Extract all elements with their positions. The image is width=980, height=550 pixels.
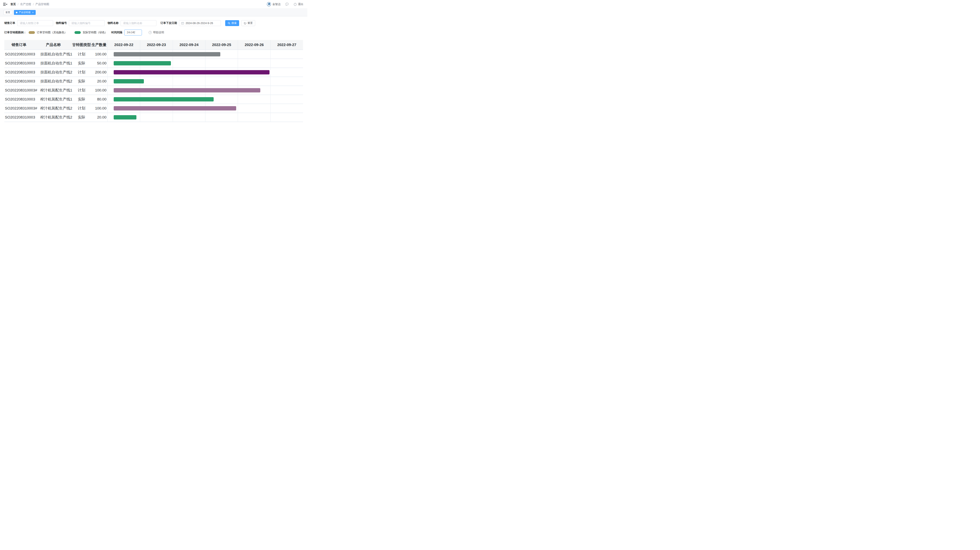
- gantt-grid-cell: [270, 104, 303, 113]
- cell-product-name: 榨汁机装配生产线2: [34, 104, 73, 113]
- reset-button-label: 重置: [248, 21, 253, 25]
- cell-gantt-type: 实际: [73, 77, 90, 86]
- breadcrumb-home[interactable]: 首页: [10, 3, 16, 6]
- date-column-header: 2022-09-24: [173, 40, 205, 49]
- date-column-header: 2022-09-23: [140, 40, 172, 49]
- calendar-icon: [181, 22, 184, 25]
- gantt-grid-cell: [270, 95, 303, 104]
- gantt-bar[interactable]: [114, 61, 171, 65]
- table-row: SO202208310003榨汁机装配生产线2实际20.00: [4, 113, 303, 122]
- help-button[interactable]: ? 帮助说明: [149, 31, 164, 34]
- gantt-bar[interactable]: [114, 88, 261, 92]
- sales-order-input[interactable]: [17, 20, 53, 26]
- gantt-grid-cell: [173, 113, 205, 122]
- cell-sales-order: SO202208310003: [4, 77, 34, 86]
- cell-product-name: 挂面机自动生产线1: [34, 59, 73, 68]
- legend-item: 订单甘特图（其他颜色）: [29, 31, 67, 34]
- table-row: SO202208310003#榨汁机装配生产线2计划100.00: [4, 104, 303, 113]
- gantt-grid-cell: [238, 113, 270, 122]
- username-label[interactable]: 金智达: [272, 3, 281, 6]
- logout-button[interactable]: 退出: [294, 3, 304, 6]
- power-icon: [294, 3, 297, 6]
- gantt-grid-cell: [270, 68, 303, 76]
- tab-close-icon[interactable]: ×: [32, 11, 34, 14]
- order-date-range-picker[interactable]: 2024-08-26-2024-9-26: [179, 20, 221, 26]
- cell-production-qty: 100.00: [90, 50, 107, 59]
- gantt-grid-cell: [205, 77, 238, 86]
- legend-row: 订单甘特图图例： 订单甘特图（其他颜色）实际甘特图（绿色） 时间间隔 ? 帮助说…: [4, 30, 303, 35]
- hamburger-icon[interactable]: [3, 3, 7, 6]
- cell-gantt-type: 实际: [73, 113, 90, 122]
- header-sales-order: 销售订单: [4, 40, 34, 49]
- material-name-label: 物料名称: [108, 21, 119, 25]
- company-logo-icon: [267, 2, 271, 6]
- cell-gantt-type: 计划: [73, 50, 90, 59]
- legend-title: 订单甘特图图例：: [4, 31, 26, 34]
- top-navbar: 首页 / 生产过程 / 产品甘特图 金智达 退出: [0, 0, 307, 8]
- reset-button[interactable]: 重置: [241, 20, 255, 26]
- gantt-row-area: [107, 95, 303, 104]
- cell-gantt-type: 实际: [73, 59, 90, 68]
- cell-production-qty: 100.00: [90, 104, 107, 113]
- reset-icon: [244, 22, 247, 24]
- header-product-name: 产品名称: [34, 40, 73, 49]
- active-dot-icon: [16, 12, 18, 13]
- cell-product-name: 榨汁机装配生产线2: [34, 113, 73, 122]
- order-date-value: 2024-08-26-2024-9-26: [186, 22, 213, 25]
- legend-item: 实际甘特图（绿色）: [75, 31, 107, 34]
- breadcrumb-product-gantt: 产品甘特图: [35, 3, 49, 6]
- cell-gantt-type: 实际: [73, 95, 90, 104]
- gantt-grid-cell: [238, 95, 270, 104]
- cell-sales-order: SO202208310003: [4, 50, 34, 59]
- cell-sales-order: SO202208310003: [4, 68, 34, 76]
- tab-home[interactable]: 首页: [3, 10, 12, 15]
- breadcrumb-production-process: 生产过程: [20, 3, 31, 6]
- gantt-bar[interactable]: [114, 79, 144, 84]
- cell-product-name: 榨汁机装配生产线1: [34, 86, 73, 95]
- main-content: 销售订单 物料编号 物料名称 订单下发日期 2024-08-26-2024-9-…: [0, 16, 307, 122]
- gantt-grid-cell: [140, 113, 172, 122]
- logout-label[interactable]: 退出: [298, 3, 304, 6]
- cell-production-qty: 50.00: [90, 59, 107, 68]
- material-no-input[interactable]: [69, 20, 105, 26]
- gantt-bar[interactable]: [114, 70, 269, 74]
- cell-production-qty: 100.00: [90, 86, 107, 95]
- gantt-grid-cell: [270, 113, 303, 122]
- header-production-qty: 生产数量: [90, 40, 107, 49]
- cell-production-qty: 20.00: [90, 77, 107, 86]
- question-circle-icon: ?: [149, 31, 152, 34]
- table-row: SO202208310003挂面机自动生产线2计划200.00: [4, 68, 303, 77]
- search-button[interactable]: 搜索: [225, 20, 239, 26]
- gantt-row-area: [107, 77, 303, 86]
- gantt-row-area: [107, 86, 303, 95]
- material-name-input[interactable]: [121, 20, 156, 26]
- gantt-grid-cell: [173, 77, 205, 86]
- cell-production-qty: 200.00: [90, 68, 107, 76]
- legend-swatch-icon: [29, 31, 35, 34]
- tab-product-gantt-label: 产品甘特图: [19, 11, 30, 14]
- breadcrumb: 首页 / 生产过程 / 产品甘特图: [10, 3, 49, 6]
- tab-product-gantt[interactable]: 产品甘特图 ×: [14, 10, 36, 15]
- search-button-label: 搜索: [231, 21, 237, 25]
- cell-sales-order: SO202208310003: [4, 95, 34, 104]
- gantt-bar[interactable]: [114, 106, 236, 111]
- help-label: 帮助说明: [153, 31, 164, 34]
- gantt-table: 销售订单 产品名称 甘特图类型 生产数量 2022-09-222022-09-2…: [4, 40, 303, 122]
- date-column-header: 2022-09-25: [205, 40, 238, 49]
- cell-sales-order: SO202208310003#: [4, 86, 34, 95]
- gantt-bar[interactable]: [114, 52, 220, 56]
- message-bubble-icon[interactable]: [285, 2, 289, 6]
- date-column-header: 2022-09-26: [238, 40, 270, 49]
- sales-order-label: 销售订单: [4, 21, 15, 25]
- cell-product-name: 挂面机自动生产线2: [34, 68, 73, 76]
- table-header: 销售订单 产品名称 甘特图类型 生产数量 2022-09-222022-09-2…: [4, 40, 303, 50]
- navbar-right: 金智达 退出: [267, 2, 304, 6]
- breadcrumb-separator: /: [33, 3, 34, 6]
- time-interval-input[interactable]: [124, 30, 142, 35]
- filter-row: 销售订单 物料编号 物料名称 订单下发日期 2024-08-26-2024-9-…: [4, 20, 303, 26]
- gantt-bar[interactable]: [114, 115, 137, 119]
- gantt-bar[interactable]: [114, 97, 214, 101]
- legend-item-label: 订单甘特图（其他颜色）: [37, 31, 67, 34]
- order-date-label: 订单下发日期: [161, 21, 177, 25]
- material-no-label: 物料编号: [56, 21, 67, 25]
